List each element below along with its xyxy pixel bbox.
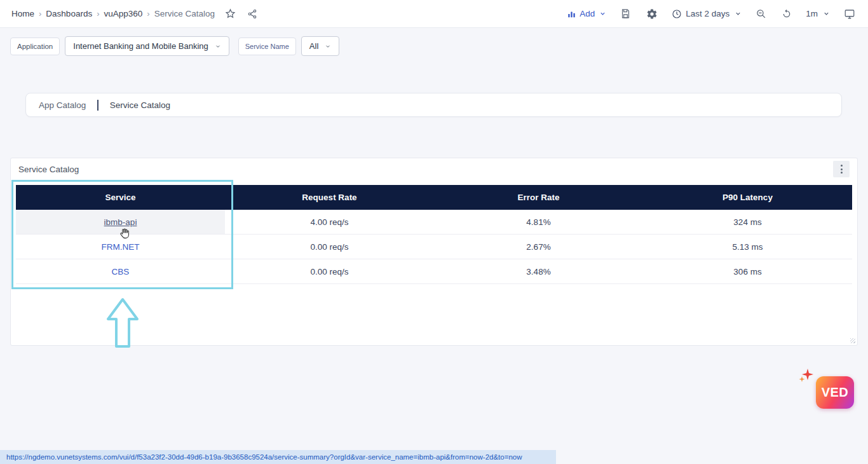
gear-icon (646, 8, 658, 20)
column-header-service: Service (16, 185, 225, 210)
service-link-cbs[interactable]: CBS (112, 267, 130, 276)
service-link-frm-net[interactable]: FRM.NET (102, 242, 140, 252)
service-cell: CBS (16, 259, 225, 283)
refresh-icon (782, 9, 792, 19)
service-table: Service Request Rate Error Rate P90 Late… (16, 185, 852, 284)
breadcrumb-service-catalog: Service Catalog (154, 9, 215, 18)
p90-latency-cell: 324 ms (643, 210, 852, 234)
service-name-select[interactable]: All (301, 36, 339, 56)
favorite-star-button[interactable] (224, 7, 237, 20)
table-row: FRM.NET 0.00 req/s 2.67% 5.13 ms (16, 235, 852, 259)
filter-bar: Application Internet Banking and Mobile … (10, 36, 858, 56)
refresh-button[interactable] (780, 8, 793, 20)
chevron-down-icon (599, 10, 606, 17)
service-catalog-panel: Service Catalog Service Request Rate Err… (10, 158, 858, 346)
tab-separator (97, 100, 98, 111)
sparkle-icon (798, 367, 815, 384)
time-range-label: Last 2 days (686, 9, 729, 18)
application-select[interactable]: Internet Banking and Mobile Banking (65, 36, 229, 56)
p90-latency-cell: 5.13 ms (643, 235, 852, 259)
service-link-ibmb-api[interactable]: ibmb-api (104, 217, 137, 227)
zoom-out-icon (756, 8, 766, 19)
panel-title: Service Catalog (18, 165, 79, 174)
breadcrumb-vuapp360[interactable]: vuApp360 (104, 9, 143, 18)
panel-resize-handle[interactable] (850, 338, 855, 343)
add-button[interactable]: Add (567, 9, 606, 18)
display-mode-button[interactable] (843, 7, 857, 21)
request-rate-cell: 4.00 req/s (225, 210, 434, 234)
add-label: Add (580, 9, 595, 18)
panel-menu-button[interactable] (833, 161, 850, 177)
save-icon (620, 8, 631, 19)
request-rate-cell: 0.00 req/s (225, 259, 434, 283)
breadcrumb-separator (39, 9, 41, 18)
link-preview-url: https://ngdemo.vunetsystems.com/vui/d/f5… (6, 453, 522, 461)
chevron-down-icon (215, 43, 221, 50)
share-icon (247, 9, 257, 19)
chevron-down-icon (823, 10, 830, 17)
service-cell: FRM.NET (16, 235, 225, 259)
service-name-filter-label: Service Name (238, 38, 296, 55)
catalog-tabs: App Catalog Service Catalog (25, 93, 842, 117)
ved-logo: VED (816, 376, 854, 409)
p90-latency-cell: 306 ms (643, 259, 852, 283)
settings-button[interactable] (645, 7, 659, 21)
breadcrumb: Home Dashboards vuApp360 Service Catalog (11, 9, 215, 18)
breadcrumb-home[interactable]: Home (11, 9, 34, 18)
monitor-icon (844, 8, 855, 20)
error-rate-cell: 3.48% (434, 259, 643, 283)
column-header-request-rate: Request Rate (225, 185, 434, 210)
refresh-interval-dropdown[interactable]: 1m (806, 9, 830, 18)
ved-logo-text: VED (822, 385, 849, 400)
share-button[interactable] (246, 8, 259, 20)
table-row: ibmb-api 4.00 req/s 4.81% 324 ms (16, 210, 852, 235)
panel-header: Service Catalog (11, 158, 857, 180)
time-range-picker[interactable]: Last 2 days (672, 9, 742, 19)
table-row: CBS 0.00 req/s 3.48% 306 ms (16, 259, 852, 284)
chevron-down-icon (325, 43, 331, 50)
breadcrumb-separator (97, 9, 99, 18)
tab-app-catalog[interactable]: App Catalog (39, 100, 86, 110)
breadcrumb-separator (147, 9, 149, 18)
star-icon (225, 8, 236, 19)
request-rate-cell: 0.00 req/s (225, 235, 434, 259)
breadcrumb-dashboards[interactable]: Dashboards (46, 9, 92, 18)
bar-chart-icon (567, 10, 576, 18)
application-filter-label: Application (10, 38, 60, 55)
service-cell: ibmb-api (16, 210, 225, 234)
clock-icon (672, 9, 682, 19)
table-header-row: Service Request Rate Error Rate P90 Late… (16, 185, 852, 210)
refresh-interval-label: 1m (806, 9, 818, 18)
column-header-error-rate: Error Rate (434, 185, 643, 210)
link-preview-statusbar: https://ngdemo.vunetsystems.com/vui/d/f5… (0, 450, 556, 464)
chevron-down-icon (735, 10, 742, 17)
error-rate-cell: 4.81% (434, 210, 643, 234)
zoom-out-button[interactable] (754, 7, 768, 20)
error-rate-cell: 2.67% (434, 235, 643, 259)
top-navigation-bar: Home Dashboards vuApp360 Service Catalog… (0, 0, 868, 28)
save-button[interactable] (619, 7, 632, 20)
service-name-select-value: All (309, 41, 318, 51)
application-select-value: Internet Banking and Mobile Banking (73, 41, 208, 51)
tab-service-catalog[interactable]: Service Catalog (110, 100, 170, 110)
column-header-p90-latency: P90 Latency (643, 185, 852, 210)
